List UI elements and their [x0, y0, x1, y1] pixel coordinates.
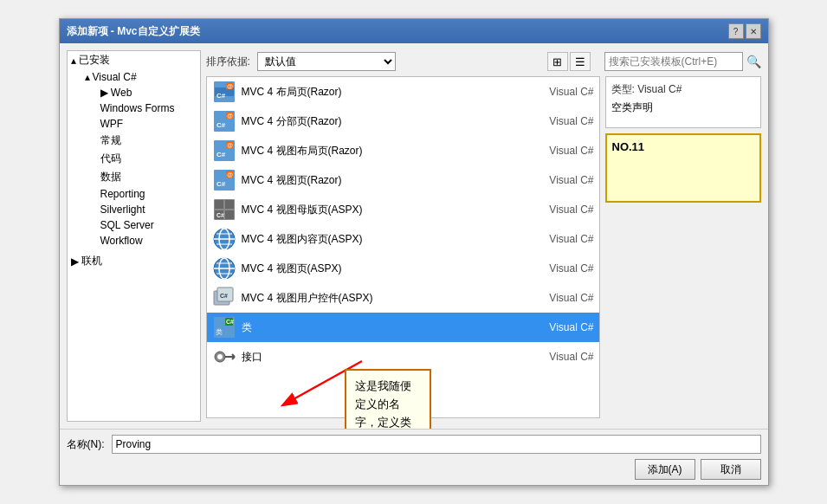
sidebar-item-code[interactable]: 代码: [95, 150, 200, 168]
item-category-5: Visual C#: [525, 233, 594, 245]
class-icon: C# 类: [212, 315, 236, 339]
title-bar: 添加新项 - Mvc自定义扩展类 ? ✕: [60, 19, 768, 43]
sort-select[interactable]: 默认值: [257, 52, 396, 71]
sidebar-item-workflow[interactable]: Workflow: [95, 233, 200, 249]
list-item[interactable]: MVC 4 视图内容页(ASPX) Visual C#: [207, 224, 599, 254]
svg-text:@: @: [227, 142, 233, 148]
grid-view-button[interactable]: ⊞: [547, 52, 568, 71]
visual-cs-label: Visual C#: [93, 71, 137, 83]
item-category-4: Visual C#: [525, 204, 594, 216]
view-icons: ⊞ ☰: [547, 52, 591, 71]
list-item[interactable]: C# MVC 4 视图用户控件(ASPX) Visual C#: [207, 283, 599, 313]
svg-rect-18: [215, 200, 223, 209]
list-item[interactable]: C# @ MVC 4 分部页(Razor) Visual C#: [207, 107, 599, 136]
annotation-container: 这是我随便定义的名字，定义类时不写后缀时， 编译器自动补齐～ 单击此处: [345, 369, 431, 387]
visual-cs-group[interactable]: ▴ Visual C#: [81, 69, 200, 85]
sidebar-item-data[interactable]: 数据: [95, 168, 200, 186]
list-view-button[interactable]: ☰: [570, 52, 591, 71]
list-item[interactable]: C# MVC 4 视图母版页(ASPX) Visual C#: [207, 195, 599, 224]
installed-label: 已安装: [79, 53, 110, 68]
mvc-icon-3: C# @: [212, 168, 236, 192]
sidebar-item-wpf[interactable]: WPF: [95, 116, 200, 132]
item-category-2: Visual C#: [525, 145, 594, 157]
item-category-interface: Visual C#: [525, 351, 594, 363]
item-category-1: Visual C#: [525, 115, 594, 127]
svg-text:类: 类: [216, 328, 223, 336]
item-name-7: MVC 4 视图用户控件(ASPX): [242, 291, 525, 306]
mvc-icon-5: [212, 227, 236, 251]
mvc-icon-0: C# @: [212, 80, 236, 104]
item-name-5: MVC 4 视图内容页(ASPX): [242, 232, 525, 247]
visual-cs-arrow: ▴: [85, 71, 90, 83]
svg-text:@: @: [227, 171, 233, 178]
item-name-1: MVC 4 分部页(Razor): [242, 114, 525, 129]
installed-group[interactable]: ▴ 已安装: [68, 51, 200, 69]
item-name-3: MVC 4 视图页(Razor): [242, 173, 525, 188]
list-item[interactable]: C# @ MVC 4 视图页(Razor) Visual C#: [207, 165, 599, 195]
svg-rect-19: [225, 200, 234, 209]
title-bar-controls: ? ✕: [728, 23, 761, 39]
note-text: NO.11: [612, 140, 645, 153]
mvc-icon-1: C# @: [212, 109, 236, 133]
svg-text:@: @: [227, 83, 233, 89]
dialog-body: ▴ 已安装 ▴ Visual C# ▶ Web Windows Forms WP…: [60, 43, 768, 429]
web-arrow: ▶: [100, 87, 111, 99]
annotation-line1: 这是我随便定义的名字，定义类时不写后缀时，: [355, 378, 421, 429]
svg-text:C#: C#: [216, 180, 226, 188]
svg-text:C#: C#: [226, 319, 234, 325]
mvc-icon-7: C#: [212, 286, 236, 310]
svg-text:C#: C#: [216, 151, 226, 158]
sidebar-item-winforms[interactable]: Windows Forms: [95, 100, 200, 116]
svg-point-41: [217, 354, 223, 359]
sidebar-item-reporting[interactable]: Reporting: [95, 186, 200, 202]
list-item[interactable]: MVC 4 视图页(ASPX) Visual C#: [207, 254, 599, 283]
info-box: 类型: Visual C# 空类声明: [605, 76, 761, 128]
list-item[interactable]: C# @ MVC 4 视图布局页(Razor) Visual C#: [207, 136, 599, 165]
list-item[interactable]: 接口 Visual C#: [207, 342, 599, 372]
svg-text:@: @: [227, 113, 233, 119]
interface-icon: [212, 345, 236, 369]
sidebar-item-web[interactable]: ▶ Web: [95, 85, 200, 100]
item-name-4: MVC 4 视图母版页(ASPX): [242, 203, 525, 217]
svg-text:C#: C#: [220, 293, 228, 299]
bottom-area: 名称(N): 添加(A) 取消: [60, 429, 768, 485]
search-icon: 🔍: [746, 55, 761, 68]
sidebar-item-normal[interactable]: 常规: [95, 132, 200, 150]
svg-text:C#: C#: [216, 92, 226, 100]
name-label: 名称(N):: [67, 437, 105, 452]
svg-rect-21: [225, 210, 234, 219]
item-category-6: Visual C#: [525, 262, 594, 275]
help-button[interactable]: ?: [728, 23, 744, 39]
list-item[interactable]: C# @ MVC 4 布局页(Razor) Visual C#: [207, 77, 599, 107]
online-group[interactable]: ▶ 联机: [68, 252, 200, 270]
search-input[interactable]: [604, 52, 743, 71]
right-panel: 类型: Visual C# 空类声明 NO.11: [605, 76, 761, 418]
type-label: 类型: Visual C#: [611, 82, 755, 97]
sidebar-item-silverlight[interactable]: Silverlight: [95, 202, 200, 217]
annotation-box: 这是我随便定义的名字，定义类时不写后缀时， 编译器自动补齐～: [345, 369, 431, 429]
item-category-class: Visual C#: [525, 321, 594, 333]
dialog: 添加新项 - Mvc自定义扩展类 ? ✕ ▴ 已安装 ▴ Visual C# ▶: [59, 18, 769, 486]
note-box: NO.11: [605, 133, 761, 203]
cancel-button[interactable]: 取消: [701, 459, 761, 480]
mvc-icon-2: C# @: [212, 139, 236, 163]
close-button[interactable]: ✕: [746, 23, 761, 39]
search-area: 🔍: [604, 52, 761, 71]
list-item-selected[interactable]: C# 类 类 Visual C#: [207, 313, 599, 342]
name-input[interactable]: [112, 435, 761, 454]
main-area: 排序依据: 默认值 ⊞ ☰ 🔍: [206, 50, 761, 422]
installed-arrow: ▴: [71, 55, 76, 67]
item-name-6: MVC 4 视图页(ASPX): [242, 262, 525, 276]
item-category-3: Visual C#: [525, 174, 594, 186]
toolbar: 排序依据: 默认值 ⊞ ☰ 🔍: [206, 50, 761, 73]
item-name-0: MVC 4 布局页(Razor): [242, 85, 525, 100]
info-description: 空类声明: [611, 100, 755, 115]
sidebar-item-sql-server[interactable]: SQL Server: [95, 217, 200, 233]
dialog-title: 添加新项 - Mvc自定义扩展类: [67, 24, 200, 39]
sort-label: 排序依据:: [206, 55, 250, 69]
svg-text:C#: C#: [216, 212, 224, 218]
items-list: C# @ MVC 4 布局页(Razor) Visual C#: [206, 76, 600, 418]
online-label: 联机: [81, 254, 102, 268]
add-button[interactable]: 添加(A): [635, 459, 695, 480]
sidebar: ▴ 已安装 ▴ Visual C# ▶ Web Windows Forms WP…: [67, 50, 201, 422]
